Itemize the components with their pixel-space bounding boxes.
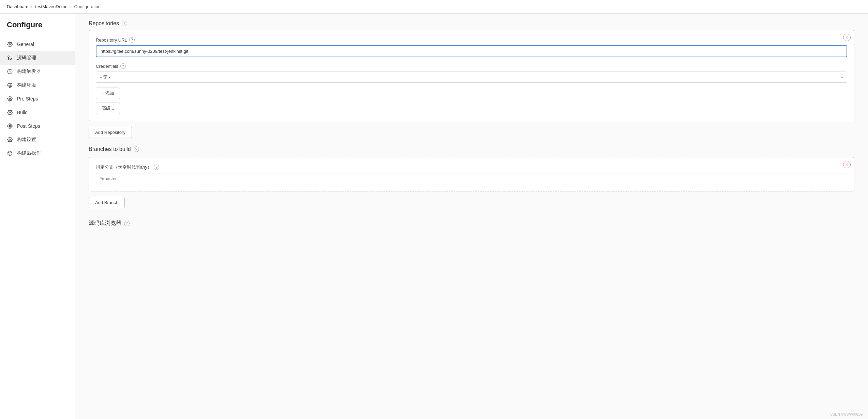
add-credentials-label: + 添加 (102, 90, 114, 96)
add-branch-label: Add Branch (95, 200, 118, 205)
branch-field-label-text: 指定分支（为空时代表any） (96, 164, 152, 170)
repositories-help-icon[interactable]: ? (122, 21, 127, 26)
sidebar-item-general-label: General (17, 42, 34, 47)
svg-point-6 (9, 98, 11, 99)
close-repository-button[interactable]: × (843, 34, 851, 41)
repositories-label: Repositories (89, 20, 119, 27)
repository-url-field-label: Repository URL ? (96, 37, 847, 43)
repositories-section-header: Repositories ? (89, 20, 854, 27)
chevron-icon-2: › (70, 5, 72, 9)
repository-url-help-icon[interactable]: ? (129, 37, 135, 43)
source-browser-header: 源码库浏览器 ? (89, 220, 854, 227)
sidebar-item-build[interactable]: Build (0, 106, 75, 119)
sidebar-item-source-label: 源码管理 (17, 55, 36, 61)
advanced-button[interactable]: 高级... (96, 103, 120, 114)
branches-help-icon[interactable]: ? (134, 146, 139, 152)
sidebar: Configure General 源码管理 构建 (0, 14, 75, 419)
credentials-label-text: Credentials (96, 64, 118, 69)
branches-label: Branches to build (89, 146, 131, 152)
code-branch-icon (7, 55, 13, 61)
advanced-button-wrapper: 高级... (96, 103, 847, 114)
sidebar-item-source-management[interactable]: 源码管理 (0, 51, 75, 65)
sidebar-item-post-steps[interactable]: Post Steps (0, 119, 75, 133)
credentials-help-icon[interactable]: ? (120, 63, 126, 69)
source-browser-label: 源码库浏览器 (89, 220, 121, 227)
sidebar-item-general[interactable]: General (0, 37, 75, 51)
sidebar-item-post-build[interactable]: 构建后操作 (0, 146, 75, 160)
breadcrumb: Dashboard › testMavenDemo › Configuratio… (0, 0, 868, 14)
sidebar-item-build-settings-label: 构建设置 (17, 137, 36, 143)
add-repository-button[interactable]: Add Repository (89, 127, 132, 138)
svg-point-0 (9, 44, 11, 45)
sidebar-item-env-label: 构建环境 (17, 82, 36, 88)
svg-point-1 (11, 59, 12, 60)
pre-steps-icon (7, 96, 13, 102)
svg-point-7 (9, 112, 11, 113)
clock-icon (7, 68, 13, 75)
sidebar-item-build-label: Build (17, 110, 28, 115)
source-browser-help-icon[interactable]: ? (124, 221, 130, 226)
close-branch-button[interactable]: × (843, 161, 851, 168)
repository-url-input[interactable] (96, 45, 847, 57)
credentials-select[interactable]: - 无 - (96, 72, 847, 83)
add-branch-button[interactable]: Add Branch (89, 197, 125, 208)
credentials-buttons: + 添加 (96, 88, 847, 99)
breadcrumb-dashboard[interactable]: Dashboard (7, 4, 29, 9)
main-content: Repositories ? × Repository URL ? Creden… (75, 14, 868, 419)
watermark: CSDN ©WWW#0209 (830, 413, 863, 416)
branches-section-header: Branches to build ? (89, 146, 854, 152)
globe-icon (7, 82, 13, 88)
add-credentials-button[interactable]: + 添加 (96, 88, 120, 99)
repository-box: × Repository URL ? Credentials ? - 无 - ▾ (89, 30, 854, 121)
advanced-label: 高级... (102, 105, 114, 111)
credentials-select-wrapper: - 无 - ▾ (96, 72, 847, 83)
sidebar-item-build-settings[interactable]: 构建设置 (0, 133, 75, 146)
add-repository-label: Add Repository (95, 130, 125, 135)
branch-help-icon[interactable]: ? (154, 165, 159, 170)
chevron-icon-1: › (31, 5, 33, 9)
repository-url-label-text: Repository URL (96, 37, 127, 43)
svg-point-9 (9, 139, 11, 140)
sidebar-item-post-build-label: 构建后操作 (17, 150, 41, 156)
sidebar-title: Configure (0, 20, 75, 37)
sidebar-item-pre-steps-label: Pre Steps (17, 96, 38, 102)
build-icon (7, 109, 13, 115)
gear-icon (7, 41, 13, 47)
branch-input[interactable] (96, 173, 847, 184)
breadcrumb-project[interactable]: testMavenDemo (35, 4, 68, 9)
sidebar-item-post-steps-label: Post Steps (17, 123, 40, 129)
svg-point-2 (8, 56, 9, 57)
sidebar-item-pre-steps[interactable]: Pre Steps (0, 92, 75, 106)
sidebar-item-trigger-label: 构建触发器 (17, 68, 41, 75)
branch-box: × 指定分支（为空时代表any） ? (89, 157, 854, 191)
sidebar-item-build-env[interactable]: 构建环境 (0, 78, 75, 92)
cube-icon (7, 150, 13, 156)
post-steps-icon (7, 123, 13, 129)
breadcrumb-current: Configuration (74, 4, 101, 9)
svg-point-8 (9, 125, 11, 127)
branch-field-label-wrapper: 指定分支（为空时代表any） ? (96, 164, 847, 170)
credentials-field-label: Credentials ? (96, 63, 847, 69)
sidebar-item-build-trigger[interactable]: 构建触发器 (0, 65, 75, 78)
build-settings-icon (7, 137, 13, 143)
